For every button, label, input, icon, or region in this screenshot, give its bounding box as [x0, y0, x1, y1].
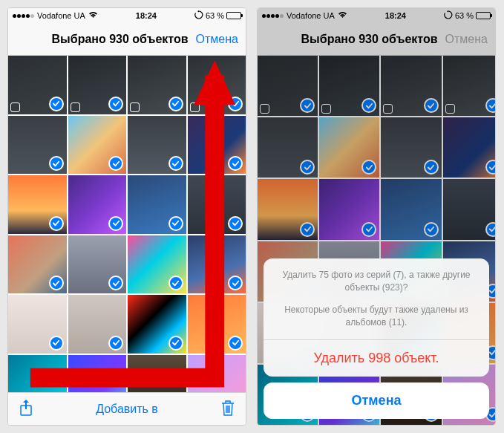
photo-thumbnail[interactable]	[188, 175, 246, 234]
selection-check-icon	[49, 156, 64, 171]
photo-thumbnail[interactable]	[188, 295, 246, 354]
trash-icon[interactable]	[220, 399, 235, 420]
selection-check-icon	[228, 336, 243, 351]
photo-thumbnail[interactable]	[128, 295, 186, 354]
photo-thumbnail[interactable]	[68, 116, 127, 175]
photo-thumbnail[interactable]	[188, 56, 246, 114]
share-icon[interactable]	[19, 399, 33, 420]
photo-thumbnail[interactable]	[128, 355, 186, 393]
photo-thumbnail[interactable]	[128, 56, 186, 114]
photo-thumbnail[interactable]	[68, 235, 127, 294]
phone-right: Vodafone UA 18:24 63 % Выбрано 930 объек…	[257, 7, 496, 426]
selection-check-icon	[168, 276, 183, 290]
selection-check-icon	[228, 276, 243, 290]
photo-thumbnail[interactable]	[8, 295, 67, 354]
battery-pct-label: 63 %	[206, 11, 224, 20]
status-bar: Vodafone UA 18:24 63 %	[8, 8, 246, 23]
toolbar: Добавить в	[8, 392, 246, 425]
selection-check-icon	[108, 156, 123, 171]
signal-icon	[13, 14, 34, 18]
wifi-icon	[88, 11, 98, 20]
nav-title: Выбрано 930 объектов	[52, 33, 189, 46]
sheet-message-2: Некоторые объекты будут также удалены из…	[264, 304, 489, 339]
photo-thumbnail[interactable]	[68, 175, 127, 234]
photo-thumbnail[interactable]	[128, 175, 186, 234]
photo-thumbnail[interactable]	[188, 235, 246, 294]
nav-header: Выбрано 930 объектов Отмена	[8, 23, 246, 56]
selection-check-icon	[228, 156, 243, 171]
photo-thumbnail[interactable]	[8, 355, 67, 393]
sheet-message-1: Удалить 75 фото из серий (7), а также др…	[264, 258, 489, 305]
selection-check-icon	[108, 97, 123, 111]
photo-thumbnail[interactable]	[188, 116, 246, 175]
photo-thumbnail[interactable]	[188, 355, 246, 393]
photo-thumbnail[interactable]	[8, 116, 67, 175]
photo-thumbnail[interactable]	[128, 116, 186, 175]
cancel-button[interactable]: Отмена	[196, 33, 238, 46]
burst-icon	[190, 102, 200, 112]
battery-icon	[226, 12, 241, 19]
sheet-cancel-button[interactable]: Отмена	[264, 382, 489, 419]
photo-thumbnail[interactable]	[8, 235, 67, 294]
photo-grid[interactable]	[8, 56, 246, 392]
sync-icon	[194, 10, 203, 21]
action-sheet-backdrop[interactable]: Удалить 75 фото из серий (7), а также др…	[258, 8, 495, 425]
photo-thumbnail[interactable]	[68, 355, 127, 393]
action-sheet-group: Удалить 75 фото из серий (7), а также др…	[264, 258, 489, 377]
photo-thumbnail[interactable]	[128, 235, 186, 294]
selection-check-icon	[108, 216, 123, 231]
burst-icon	[71, 102, 80, 112]
photo-thumbnail[interactable]	[68, 295, 127, 354]
selection-check-icon	[168, 216, 183, 231]
delete-button[interactable]: Удалить 998 объект.	[264, 340, 489, 377]
carrier-label: Vodafone UA	[37, 11, 85, 20]
photo-thumbnail[interactable]	[68, 56, 127, 114]
selection-check-icon	[168, 336, 183, 351]
selection-check-icon	[168, 97, 183, 111]
selection-check-icon	[49, 97, 64, 111]
phone-left: Vodafone UA 18:24 63 % Выбрано 930 объек…	[7, 7, 246, 426]
photo-thumbnail[interactable]	[8, 175, 67, 234]
add-to-button[interactable]: Добавить в	[96, 403, 158, 416]
photo-thumbnail[interactable]	[8, 56, 67, 114]
selection-check-icon	[228, 216, 243, 231]
clock-label: 18:24	[136, 11, 157, 20]
selection-check-icon	[228, 97, 243, 111]
selection-check-icon	[49, 276, 64, 290]
burst-icon	[130, 102, 140, 112]
selection-check-icon	[108, 336, 123, 351]
selection-check-icon	[168, 156, 183, 171]
selection-check-icon	[49, 216, 64, 231]
burst-icon	[10, 102, 20, 112]
selection-check-icon	[108, 276, 123, 290]
selection-check-icon	[49, 336, 64, 351]
